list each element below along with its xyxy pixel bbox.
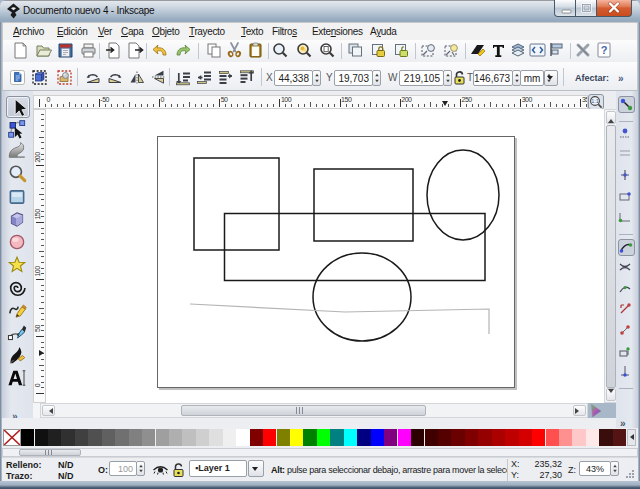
svg-text:?: ? — [601, 44, 608, 56]
svg-text:1:1: 1:1 — [591, 98, 599, 104]
